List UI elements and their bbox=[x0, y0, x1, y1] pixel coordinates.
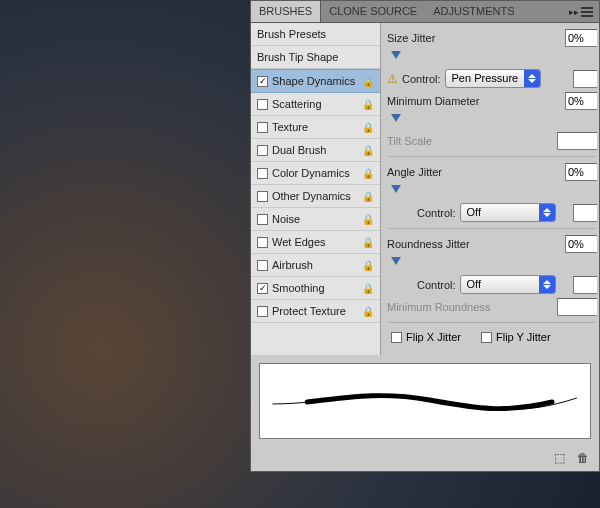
roundness-control-field[interactable] bbox=[573, 276, 597, 294]
angle-control-select[interactable]: Off bbox=[460, 203, 556, 222]
panel-footer: ⬚ 🗑 bbox=[251, 447, 599, 471]
angle-control-field[interactable] bbox=[573, 204, 597, 222]
lock-icon[interactable]: 🔒 bbox=[362, 191, 374, 202]
sidebar-item-texture[interactable]: Texture🔒 bbox=[251, 116, 380, 139]
sidebar-item-label: Protect Texture bbox=[272, 305, 346, 317]
checkbox-icon[interactable] bbox=[257, 306, 268, 317]
roundness-control-label: Control: bbox=[417, 279, 456, 291]
sidebar-item-label: Color Dynamics bbox=[272, 167, 350, 179]
angle-control-label: Control: bbox=[417, 207, 456, 219]
lock-icon[interactable]: 🔒 bbox=[362, 260, 374, 271]
min-diameter-slider[interactable] bbox=[389, 114, 595, 128]
trash-icon[interactable]: 🗑 bbox=[577, 451, 589, 465]
warning-icon: ⚠ bbox=[387, 72, 398, 86]
panel-tabs: BRUSHES CLONE SOURCE ADJUSTMENTS ▸▸ bbox=[251, 1, 599, 23]
size-control-label: Control: bbox=[402, 73, 441, 85]
lock-icon[interactable]: 🔒 bbox=[362, 145, 374, 156]
brush-presets-item[interactable]: Brush Presets bbox=[251, 23, 380, 46]
size-jitter-label: Size Jitter bbox=[387, 32, 435, 44]
min-roundness-field bbox=[557, 298, 597, 316]
sidebar-item-wet-edges[interactable]: Wet Edges🔒 bbox=[251, 231, 380, 254]
lock-icon[interactable]: 🔒 bbox=[362, 122, 374, 133]
brush-options-sidebar: Brush Presets Brush Tip Shape Shape Dyna… bbox=[251, 23, 381, 355]
size-jitter-field[interactable] bbox=[565, 29, 597, 47]
sidebar-item-dual-brush[interactable]: Dual Brush🔒 bbox=[251, 139, 380, 162]
brush-stroke-preview bbox=[259, 363, 591, 439]
sidebar-item-label: Scattering bbox=[272, 98, 322, 110]
size-control-field[interactable] bbox=[573, 70, 597, 88]
panel-menu-icon[interactable]: ▸▸ bbox=[563, 1, 599, 22]
brush-tip-shape-label: Brush Tip Shape bbox=[257, 51, 338, 63]
brush-tip-shape-item[interactable]: Brush Tip Shape bbox=[251, 46, 380, 69]
sidebar-item-label: Dual Brush bbox=[272, 144, 326, 156]
roundness-control-select[interactable]: Off bbox=[460, 275, 556, 294]
checkbox-icon[interactable] bbox=[257, 283, 268, 294]
min-diameter-label: Minimum Diameter bbox=[387, 95, 479, 107]
sidebar-item-label: Wet Edges bbox=[272, 236, 326, 248]
lock-icon[interactable]: 🔒 bbox=[362, 283, 374, 294]
flip-y-label: Flip Y Jitter bbox=[496, 331, 551, 343]
sidebar-item-other-dynamics[interactable]: Other Dynamics🔒 bbox=[251, 185, 380, 208]
sidebar-item-shape-dynamics[interactable]: Shape Dynamics🔒 bbox=[251, 69, 380, 93]
sidebar-item-noise[interactable]: Noise🔒 bbox=[251, 208, 380, 231]
sidebar-item-label: Smoothing bbox=[272, 282, 325, 294]
checkbox-icon[interactable] bbox=[257, 237, 268, 248]
sidebar-item-smoothing[interactable]: Smoothing🔒 bbox=[251, 277, 380, 300]
checkbox-icon[interactable] bbox=[257, 214, 268, 225]
sidebar-item-label: Noise bbox=[272, 213, 300, 225]
checkbox-icon[interactable] bbox=[257, 76, 268, 87]
checkbox-icon[interactable] bbox=[257, 191, 268, 202]
sidebar-item-label: Shape Dynamics bbox=[272, 75, 355, 87]
roundness-jitter-slider[interactable] bbox=[389, 257, 595, 271]
roundness-jitter-label: Roundness Jitter bbox=[387, 238, 470, 250]
sidebar-item-scattering[interactable]: Scattering🔒 bbox=[251, 93, 380, 116]
brush-settings-content: Size Jitter ⚠ Control: Pen Pressure Mini… bbox=[381, 23, 599, 355]
size-jitter-slider[interactable] bbox=[389, 51, 595, 65]
tab-brushes[interactable]: BRUSHES bbox=[251, 1, 321, 22]
sidebar-item-airbrush[interactable]: Airbrush🔒 bbox=[251, 254, 380, 277]
checkbox-icon[interactable] bbox=[257, 260, 268, 271]
tab-clone-source[interactable]: CLONE SOURCE bbox=[321, 1, 425, 22]
min-diameter-field[interactable] bbox=[565, 92, 597, 110]
tab-adjustments[interactable]: ADJUSTMENTS bbox=[425, 1, 522, 22]
angle-jitter-label: Angle Jitter bbox=[387, 166, 442, 178]
flip-x-label: Flip X Jitter bbox=[406, 331, 461, 343]
checkbox-icon[interactable] bbox=[257, 168, 268, 179]
angle-jitter-field[interactable] bbox=[565, 163, 597, 181]
sidebar-item-label: Other Dynamics bbox=[272, 190, 351, 202]
lock-icon[interactable]: 🔒 bbox=[362, 306, 374, 317]
flip-x-checkbox[interactable]: Flip X Jitter bbox=[391, 331, 461, 343]
lock-icon[interactable]: 🔒 bbox=[362, 76, 374, 87]
flip-y-checkbox[interactable]: Flip Y Jitter bbox=[481, 331, 551, 343]
new-preset-icon[interactable]: ⬚ bbox=[554, 451, 565, 465]
sidebar-item-label: Airbrush bbox=[272, 259, 313, 271]
size-control-select[interactable]: Pen Pressure bbox=[445, 69, 541, 88]
brush-presets-label: Brush Presets bbox=[257, 28, 326, 40]
sidebar-item-protect-texture[interactable]: Protect Texture🔒 bbox=[251, 300, 380, 323]
tilt-scale-field bbox=[557, 132, 597, 150]
lock-icon[interactable]: 🔒 bbox=[362, 99, 374, 110]
brushes-panel: BRUSHES CLONE SOURCE ADJUSTMENTS ▸▸ Brus… bbox=[250, 0, 600, 472]
lock-icon[interactable]: 🔒 bbox=[362, 214, 374, 225]
checkbox-icon[interactable] bbox=[257, 145, 268, 156]
lock-icon[interactable]: 🔒 bbox=[362, 168, 374, 179]
checkbox-icon[interactable] bbox=[257, 99, 268, 110]
roundness-jitter-field[interactable] bbox=[565, 235, 597, 253]
tilt-scale-label: Tilt Scale bbox=[387, 135, 432, 147]
min-roundness-label: Minimum Roundness bbox=[387, 301, 490, 313]
checkbox-icon[interactable] bbox=[257, 122, 268, 133]
lock-icon[interactable]: 🔒 bbox=[362, 237, 374, 248]
sidebar-item-label: Texture bbox=[272, 121, 308, 133]
sidebar-item-color-dynamics[interactable]: Color Dynamics🔒 bbox=[251, 162, 380, 185]
angle-jitter-slider[interactable] bbox=[389, 185, 595, 199]
